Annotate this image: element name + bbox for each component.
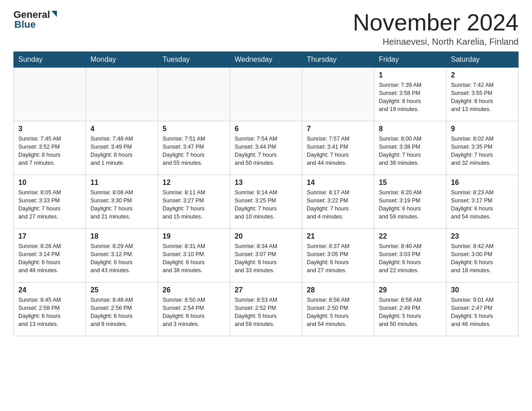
day-info: Sunrise: 9:01 AM Sunset: 2:47 PM Dayligh… bbox=[451, 296, 514, 329]
calendar-day-cell: 25Sunrise: 8:48 AM Sunset: 2:56 PM Dayli… bbox=[86, 283, 158, 336]
day-info: Sunrise: 8:11 AM Sunset: 3:27 PM Dayligh… bbox=[163, 188, 225, 221]
calendar-week-row: 17Sunrise: 8:26 AM Sunset: 3:14 PM Dayli… bbox=[14, 229, 519, 283]
day-info: Sunrise: 8:29 AM Sunset: 3:12 PM Dayligh… bbox=[90, 242, 153, 275]
day-info: Sunrise: 8:23 AM Sunset: 3:17 PM Dayligh… bbox=[451, 188, 514, 221]
day-info: Sunrise: 8:31 AM Sunset: 3:10 PM Dayligh… bbox=[163, 242, 225, 275]
day-number: 16 bbox=[451, 179, 514, 187]
day-number: 27 bbox=[235, 286, 297, 294]
calendar-day-cell: 19Sunrise: 8:31 AM Sunset: 3:10 PM Dayli… bbox=[158, 229, 230, 283]
calendar-day-cell: 22Sunrise: 8:40 AM Sunset: 3:03 PM Dayli… bbox=[374, 229, 446, 283]
day-info: Sunrise: 8:53 AM Sunset: 2:52 PM Dayligh… bbox=[235, 296, 297, 329]
logo-blue-text: Blue bbox=[14, 19, 36, 30]
day-number: 7 bbox=[307, 125, 369, 133]
calendar-day-cell: 7Sunrise: 7:57 AM Sunset: 3:41 PM Daylig… bbox=[302, 121, 374, 175]
day-info: Sunrise: 8:37 AM Sunset: 3:05 PM Dayligh… bbox=[307, 242, 369, 275]
calendar-day-cell: 27Sunrise: 8:53 AM Sunset: 2:52 PM Dayli… bbox=[230, 283, 302, 336]
day-of-week-header: Sunday bbox=[14, 52, 86, 68]
month-title: November 2024 bbox=[353, 9, 519, 36]
day-number: 5 bbox=[163, 125, 225, 133]
day-number: 20 bbox=[235, 232, 297, 240]
calendar-day-cell: 20Sunrise: 8:34 AM Sunset: 3:07 PM Dayli… bbox=[230, 229, 302, 283]
calendar-day-cell bbox=[86, 68, 158, 121]
day-number: 30 bbox=[451, 286, 514, 294]
calendar-day-cell: 4Sunrise: 7:48 AM Sunset: 3:49 PM Daylig… bbox=[86, 121, 158, 175]
day-number: 25 bbox=[90, 286, 153, 294]
day-number: 6 bbox=[235, 125, 297, 133]
page-header: General Blue November 2024 Heinaevesi, N… bbox=[13, 9, 519, 47]
title-block: November 2024 Heinaevesi, North Karelia,… bbox=[353, 9, 519, 47]
day-info: Sunrise: 8:14 AM Sunset: 3:25 PM Dayligh… bbox=[235, 188, 297, 221]
day-number: 11 bbox=[90, 179, 153, 187]
calendar-day-cell: 24Sunrise: 8:45 AM Sunset: 2:58 PM Dayli… bbox=[14, 283, 86, 336]
calendar-day-cell: 30Sunrise: 9:01 AM Sunset: 2:47 PM Dayli… bbox=[446, 283, 519, 336]
day-info: Sunrise: 8:34 AM Sunset: 3:07 PM Dayligh… bbox=[235, 242, 297, 275]
calendar-day-cell: 14Sunrise: 8:17 AM Sunset: 3:22 PM Dayli… bbox=[302, 175, 374, 229]
day-info: Sunrise: 8:40 AM Sunset: 3:03 PM Dayligh… bbox=[379, 242, 442, 275]
day-info: Sunrise: 7:39 AM Sunset: 3:58 PM Dayligh… bbox=[379, 81, 442, 114]
calendar-day-cell bbox=[158, 68, 230, 121]
day-number: 14 bbox=[307, 179, 369, 187]
day-number: 4 bbox=[90, 125, 153, 133]
day-number: 8 bbox=[379, 125, 442, 133]
calendar-day-cell: 9Sunrise: 8:02 AM Sunset: 3:35 PM Daylig… bbox=[446, 121, 519, 175]
calendar-day-cell: 8Sunrise: 8:00 AM Sunset: 3:38 PM Daylig… bbox=[374, 121, 446, 175]
day-info: Sunrise: 8:00 AM Sunset: 3:38 PM Dayligh… bbox=[379, 135, 442, 167]
calendar-day-cell: 5Sunrise: 7:51 AM Sunset: 3:47 PM Daylig… bbox=[158, 121, 230, 175]
day-number: 22 bbox=[379, 232, 442, 240]
calendar-week-row: 1Sunrise: 7:39 AM Sunset: 3:58 PM Daylig… bbox=[14, 68, 519, 121]
calendar-day-cell: 29Sunrise: 8:58 AM Sunset: 2:49 PM Dayli… bbox=[374, 283, 446, 336]
day-number: 26 bbox=[163, 286, 225, 294]
day-info: Sunrise: 8:26 AM Sunset: 3:14 PM Dayligh… bbox=[18, 242, 81, 275]
calendar-day-cell bbox=[14, 68, 86, 121]
day-number: 10 bbox=[18, 179, 81, 187]
day-number: 29 bbox=[379, 286, 442, 294]
day-number: 18 bbox=[90, 232, 153, 240]
calendar-week-row: 3Sunrise: 7:45 AM Sunset: 3:52 PM Daylig… bbox=[14, 121, 519, 175]
day-of-week-header: Thursday bbox=[302, 52, 374, 68]
calendar-day-cell: 1Sunrise: 7:39 AM Sunset: 3:58 PM Daylig… bbox=[374, 68, 446, 121]
day-info: Sunrise: 7:57 AM Sunset: 3:41 PM Dayligh… bbox=[307, 135, 369, 167]
day-of-week-header: Saturday bbox=[446, 52, 519, 68]
calendar-day-cell bbox=[302, 68, 374, 121]
calendar-day-cell: 3Sunrise: 7:45 AM Sunset: 3:52 PM Daylig… bbox=[14, 121, 86, 175]
calendar-day-cell: 2Sunrise: 7:42 AM Sunset: 3:55 PM Daylig… bbox=[446, 68, 519, 121]
calendar-day-cell: 18Sunrise: 8:29 AM Sunset: 3:12 PM Dayli… bbox=[86, 229, 158, 283]
day-number: 21 bbox=[307, 232, 369, 240]
calendar-day-cell: 13Sunrise: 8:14 AM Sunset: 3:25 PM Dayli… bbox=[230, 175, 302, 229]
day-info: Sunrise: 8:45 AM Sunset: 2:58 PM Dayligh… bbox=[18, 296, 81, 329]
day-number: 15 bbox=[379, 179, 442, 187]
day-number: 1 bbox=[379, 71, 442, 79]
calendar-day-cell: 15Sunrise: 8:20 AM Sunset: 3:19 PM Dayli… bbox=[374, 175, 446, 229]
day-number: 3 bbox=[18, 125, 81, 133]
day-info: Sunrise: 8:17 AM Sunset: 3:22 PM Dayligh… bbox=[307, 188, 369, 221]
calendar-table: SundayMondayTuesdayWednesdayThursdayFrid… bbox=[13, 51, 519, 336]
calendar-day-cell: 28Sunrise: 8:56 AM Sunset: 2:50 PM Dayli… bbox=[302, 283, 374, 336]
day-info: Sunrise: 7:48 AM Sunset: 3:49 PM Dayligh… bbox=[90, 135, 153, 167]
calendar-day-cell: 16Sunrise: 8:23 AM Sunset: 3:17 PM Dayli… bbox=[446, 175, 519, 229]
day-number: 13 bbox=[235, 179, 297, 187]
day-number: 9 bbox=[451, 125, 514, 133]
day-number: 17 bbox=[18, 232, 81, 240]
day-info: Sunrise: 8:58 AM Sunset: 2:49 PM Dayligh… bbox=[379, 296, 442, 329]
calendar-day-cell: 6Sunrise: 7:54 AM Sunset: 3:44 PM Daylig… bbox=[230, 121, 302, 175]
calendar-day-cell: 10Sunrise: 8:05 AM Sunset: 3:33 PM Dayli… bbox=[14, 175, 86, 229]
location-title: Heinaevesi, North Karelia, Finland bbox=[353, 37, 519, 47]
day-info: Sunrise: 7:45 AM Sunset: 3:52 PM Dayligh… bbox=[18, 135, 81, 167]
day-number: 24 bbox=[18, 286, 81, 294]
day-info: Sunrise: 7:54 AM Sunset: 3:44 PM Dayligh… bbox=[235, 135, 297, 167]
day-of-week-header: Friday bbox=[374, 52, 446, 68]
day-number: 23 bbox=[451, 232, 514, 240]
day-info: Sunrise: 8:08 AM Sunset: 3:30 PM Dayligh… bbox=[90, 188, 153, 221]
calendar-day-cell: 12Sunrise: 8:11 AM Sunset: 3:27 PM Dayli… bbox=[158, 175, 230, 229]
logo-arrow-icon bbox=[51, 11, 57, 17]
calendar-week-row: 10Sunrise: 8:05 AM Sunset: 3:33 PM Dayli… bbox=[14, 175, 519, 229]
day-of-week-header: Monday bbox=[86, 52, 158, 68]
day-info: Sunrise: 8:05 AM Sunset: 3:33 PM Dayligh… bbox=[18, 188, 81, 221]
calendar-header-row: SundayMondayTuesdayWednesdayThursdayFrid… bbox=[14, 52, 519, 68]
day-number: 28 bbox=[307, 286, 369, 294]
day-info: Sunrise: 8:20 AM Sunset: 3:19 PM Dayligh… bbox=[379, 188, 442, 221]
day-info: Sunrise: 7:51 AM Sunset: 3:47 PM Dayligh… bbox=[163, 135, 225, 167]
day-info: Sunrise: 8:02 AM Sunset: 3:35 PM Dayligh… bbox=[451, 135, 514, 167]
day-number: 12 bbox=[163, 179, 225, 187]
day-info: Sunrise: 8:56 AM Sunset: 2:50 PM Dayligh… bbox=[307, 296, 369, 329]
